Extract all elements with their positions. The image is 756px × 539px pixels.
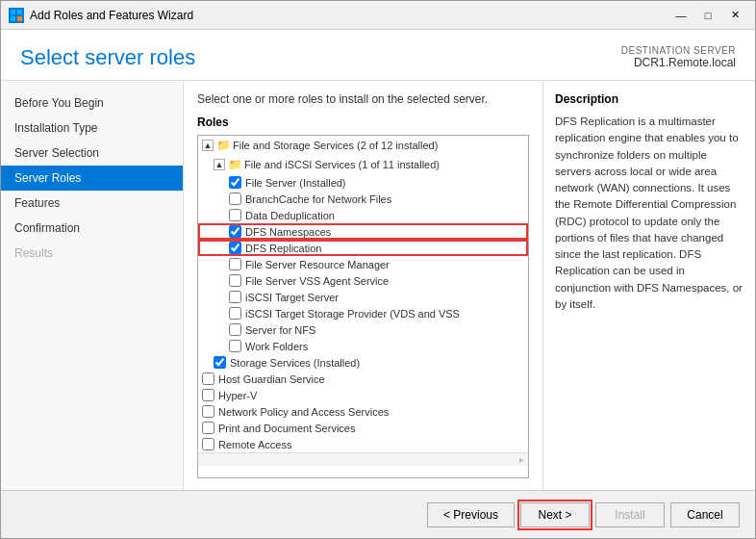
list-item[interactable]: Storage Services (Installed) [198,354,528,371]
role-name: File and Storage Services (2 of 12 insta… [233,140,438,151]
dfs-namespaces-label: DFS Namespaces [245,226,331,238]
list-item[interactable]: Remote Access [198,436,528,452]
list-item[interactable]: File Server Resource Manager [198,256,528,272]
folder-icon: 📁 [227,157,242,172]
list-item[interactable]: ▲ 📁 File and Storage Services (2 of 12 i… [198,136,528,155]
role-checkbox[interactable] [229,291,241,303]
role-name: Server for NFS [245,324,315,336]
role-checkbox[interactable] [202,405,214,418]
title-bar: Add Roles and Features Wizard — □ ✕ [1,1,755,30]
role-checkbox[interactable] [229,340,241,352]
sidebar-item-results: Results [1,241,183,266]
dfs-namespaces-item[interactable]: DFS Namespaces [198,223,528,240]
page-header: Select server roles DESTINATION SERVER D… [1,30,755,81]
destination-server-info: DESTINATION SERVER DCR1.Remote.local [621,45,736,69]
role-name: File Server Resource Manager [245,259,390,270]
dfs-replication-checkbox[interactable] [229,242,241,254]
svg-rect-1 [17,10,22,14]
role-checkbox[interactable] [202,422,214,434]
role-name: Work Folders [245,341,308,352]
main-panel: Select one or more roles to install on t… [184,81,755,490]
roles-list: ▲ 📁 File and Storage Services (2 of 12 i… [198,136,528,452]
role-checkbox[interactable] [229,176,241,189]
role-checkbox[interactable] [202,372,214,385]
minimize-button[interactable]: — [668,6,693,25]
role-name: File Server VSS Agent Service [245,275,389,287]
list-item[interactable]: Work Folders [198,338,528,354]
role-name: Print and Document Services [218,423,355,434]
list-item[interactable]: ▲ 📁 File and iSCSI Services (1 of 11 ins… [198,155,528,174]
app-icon [9,8,24,23]
list-item[interactable]: File Server VSS Agent Service [198,272,528,289]
sidebar-item-features[interactable]: Features [1,191,183,216]
instruction-text: Select one or more roles to install on t… [197,92,529,106]
role-name: Network Policy and Access Services [218,406,389,418]
dfs-replication-item[interactable]: DFS Replication [198,240,528,256]
roles-list-container[interactable]: ▲ 📁 File and Storage Services (2 of 12 i… [197,135,529,478]
svg-rect-0 [11,10,15,14]
role-name: Remote Access [218,439,291,450]
role-name: File Server (Installed) [245,177,346,189]
list-item[interactable]: Server for NFS [198,321,528,338]
role-name: Data Deduplication [245,210,335,221]
sidebar: Before You Begin Installation Type Serve… [1,81,184,490]
window-title: Add Roles and Features Wizard [30,9,668,22]
close-button[interactable]: ✕ [722,6,747,25]
description-label: Description [555,92,743,106]
list-item[interactable]: BranchCache for Network Files [198,191,528,207]
maximize-button[interactable]: □ [695,6,720,25]
content-area: Before You Begin Installation Type Serve… [1,81,755,490]
svg-rect-2 [11,16,15,21]
description-text: DFS Replication is a multimaster replica… [555,114,743,313]
cancel-button[interactable]: Cancel [670,502,740,527]
role-checkbox[interactable] [229,209,241,221]
page-title: Select server roles [20,45,195,70]
sidebar-item-before-you-begin[interactable]: Before You Begin [1,90,183,116]
list-item[interactable]: iSCSI Target Server [198,289,528,305]
sidebar-item-server-roles[interactable]: Server Roles [1,166,183,191]
role-name: Host Guardian Service [218,373,325,385]
list-item[interactable]: iSCSI Target Storage Provider (VDS and V… [198,305,528,321]
folder-icon: 📁 [215,138,231,153]
list-item[interactable]: Print and Document Services [198,420,528,436]
install-button[interactable]: Install [595,502,665,527]
collapse-icon[interactable]: ▲ [214,159,225,170]
dfs-namespaces-checkbox[interactable] [229,225,241,238]
list-item[interactable]: Data Deduplication [198,207,528,223]
previous-button[interactable]: < Previous [427,502,515,527]
sidebar-item-confirmation[interactable]: Confirmation [1,216,183,241]
role-checkbox[interactable] [202,438,214,450]
role-name: iSCSI Target Storage Provider (VDS and V… [245,308,460,320]
window-controls: — □ ✕ [668,6,747,25]
role-checkbox[interactable] [202,389,214,401]
roles-panel: Select one or more roles to install on t… [184,81,543,490]
list-item[interactable]: Hyper-V [198,387,528,403]
role-checkbox[interactable] [229,323,241,336]
sidebar-item-installation-type[interactable]: Installation Type [1,116,183,141]
destination-name: DCR1.Remote.local [621,56,736,69]
list-item[interactable]: Network Policy and Access Services [198,403,528,420]
list-item[interactable]: File Server (Installed) [198,174,528,191]
role-name: Hyper-V [218,390,257,401]
role-name: BranchCache for Network Files [245,193,391,205]
horizontal-scrollbar[interactable]: ▸ [198,452,528,466]
role-checkbox[interactable] [214,356,226,369]
role-checkbox[interactable] [229,274,241,287]
dfs-replication-label: DFS Replication [245,243,321,254]
collapse-icon[interactable]: ▲ [202,140,214,151]
role-checkbox[interactable] [229,192,241,205]
footer: < Previous Next > Install Cancel [1,490,755,538]
main-window: Add Roles and Features Wizard — □ ✕ Sele… [0,0,756,539]
role-name: File and iSCSI Services (1 of 11 install… [244,159,440,170]
destination-label: DESTINATION SERVER [621,45,736,56]
role-name: Storage Services (Installed) [230,357,360,369]
roles-label: Roles [197,116,529,129]
svg-rect-3 [17,16,22,21]
list-item[interactable]: Host Guardian Service [198,371,528,387]
sidebar-item-server-selection[interactable]: Server Selection [1,141,183,166]
role-name: iSCSI Target Server [245,292,339,303]
role-checkbox[interactable] [229,258,241,270]
next-button[interactable]: Next > [520,502,590,527]
role-checkbox[interactable] [229,307,241,320]
description-panel: Description DFS Replication is a multima… [543,81,755,490]
